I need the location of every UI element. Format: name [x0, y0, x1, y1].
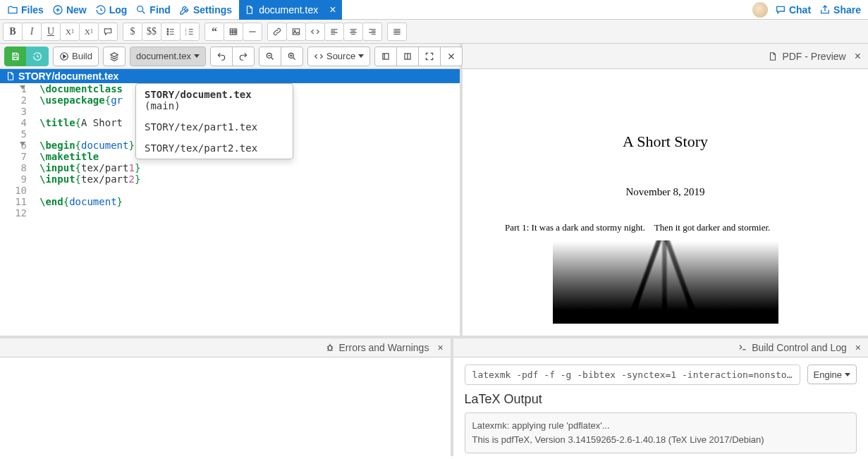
code-line[interactable]: \input{tex/part2}: [39, 173, 460, 185]
zoom-in-button[interactable]: [281, 47, 303, 66]
build-label: Build: [72, 51, 92, 61]
dropdown-item[interactable]: STORY/tex/part1.tex: [136, 116, 293, 137]
file-dropdown-button[interactable]: document.tex: [130, 47, 206, 66]
hr-button[interactable]: [243, 23, 262, 41]
terminal-icon: [738, 343, 747, 353]
log-link[interactable]: Log: [91, 3, 132, 17]
pdf-pane: PDF - Preview × A Short Story November 8…: [463, 44, 868, 336]
underline-button[interactable]: U: [41, 23, 61, 41]
caret-down-icon: [194, 54, 200, 58]
italic-button[interactable]: I: [22, 23, 42, 41]
split-single-button[interactable]: [374, 47, 397, 66]
build-log-body: latexmk -pdf -f -g -bibtex -synctex=1 -i…: [453, 357, 868, 456]
output-box[interactable]: Latexmk: applying rule 'pdflatex'...This…: [465, 412, 857, 453]
dropdown-item[interactable]: STORY/document.tex (main): [136, 84, 293, 116]
pdf-body[interactable]: A Short Story November 8, 2019 Part 1: I…: [463, 69, 868, 336]
find-link[interactable]: Find: [131, 3, 175, 17]
svg-point-3: [167, 31, 169, 32]
line-number: 10: [0, 185, 27, 196]
pdf-header: PDF - Preview ×: [463, 44, 868, 69]
pdf-title: A Short Story: [491, 133, 840, 151]
code-line[interactable]: \input{tex/part1}: [39, 162, 460, 173]
file-path-strip: STORY/document.tex: [0, 69, 460, 83]
line-number: 3: [0, 106, 27, 117]
editor-pane: Build document.tex Source: [0, 44, 463, 336]
build-log-title: Build Control and Log: [752, 342, 847, 353]
bug-icon: [325, 343, 335, 353]
source-button[interactable]: Source: [307, 47, 370, 66]
split-double-button[interactable]: [396, 47, 419, 66]
bullet-list-button[interactable]: [161, 23, 181, 41]
engine-dropdown[interactable]: Engine: [807, 365, 857, 384]
bold-button[interactable]: B: [3, 23, 23, 41]
math-display-button[interactable]: $$: [142, 23, 161, 41]
wrench-icon: [179, 4, 190, 16]
build-command[interactable]: latexmk -pdf -f -g -bibtex -synctex=1 -i…: [465, 365, 800, 385]
pdf-close-button[interactable]: ×: [855, 50, 861, 63]
code-line[interactable]: [39, 207, 460, 219]
align-right-button[interactable]: [362, 23, 382, 41]
numbered-list-button[interactable]: 123: [180, 23, 200, 41]
history-icon: [95, 4, 106, 16]
columns-icon: [403, 51, 412, 61]
subscript-button[interactable]: X1: [60, 23, 80, 41]
svg-rect-9: [293, 28, 299, 34]
chat-link[interactable]: Chat: [771, 3, 815, 17]
redo-button[interactable]: [232, 47, 255, 66]
plus-circle-icon: [52, 4, 63, 16]
output-title: LaTeX Output: [465, 392, 857, 407]
line-number: 4: [0, 117, 27, 128]
align-left-button[interactable]: [324, 23, 344, 41]
dropdown-item[interactable]: STORY/tex/part2.tex: [136, 137, 293, 159]
image-button[interactable]: [286, 23, 306, 41]
comment-button[interactable]: [98, 23, 118, 41]
errors-close-button[interactable]: ×: [437, 342, 443, 353]
build-button[interactable]: Build: [53, 47, 99, 66]
line-number: 1: [0, 83, 27, 94]
link-button[interactable]: [267, 23, 287, 41]
align-justify-button[interactable]: [387, 23, 407, 41]
files-link[interactable]: Files: [3, 3, 48, 17]
code-line[interactable]: \end{document}: [39, 196, 460, 207]
undo-button[interactable]: [210, 47, 233, 66]
align-center-button[interactable]: [343, 23, 363, 41]
build-log-close-button[interactable]: ×: [855, 342, 861, 353]
code-line[interactable]: [39, 185, 460, 196]
chat-label: Chat: [789, 4, 811, 16]
file-tab[interactable]: document.tex ×: [239, 0, 341, 20]
output-line: Latexmk: applying rule 'pdflatex'...: [472, 419, 849, 433]
share-link[interactable]: Share: [815, 3, 865, 17]
file-tab-label: document.tex: [259, 4, 318, 16]
line-number: 11: [0, 196, 27, 207]
svg-point-1: [137, 6, 143, 11]
settings-link[interactable]: Settings: [175, 3, 236, 17]
fullscreen-button[interactable]: [418, 47, 441, 66]
build-toolbar: Build document.tex Source: [0, 44, 460, 69]
line-number: 8: [0, 162, 27, 173]
history-icon: [32, 51, 42, 61]
zoom-out-button[interactable]: [259, 47, 281, 66]
superscript-button[interactable]: X1: [79, 23, 99, 41]
build-log-panel: Build Control and Log × latexmk -pdf -f …: [453, 338, 868, 456]
share-label: Share: [833, 4, 861, 16]
code-editor[interactable]: 123456789101112 \documentclass\usepackag…: [0, 83, 460, 336]
layers-button[interactable]: [103, 47, 126, 66]
table-button[interactable]: [224, 23, 243, 41]
time-travel-button[interactable]: [26, 47, 49, 66]
errors-body[interactable]: [0, 357, 451, 456]
fold-icon[interactable]: [20, 142, 25, 146]
close-editor-button[interactable]: [440, 47, 463, 66]
line-number: 7: [0, 151, 27, 162]
save-button[interactable]: [4, 47, 27, 66]
close-icon: [446, 51, 456, 61]
avatar[interactable]: [752, 2, 768, 18]
quote-button[interactable]: “: [204, 23, 224, 41]
log-label: Log: [109, 4, 128, 16]
redo-icon: [238, 51, 248, 61]
caret-down-icon: [358, 54, 364, 58]
tab-close-icon[interactable]: ×: [329, 4, 336, 16]
code-button[interactable]: [305, 23, 325, 41]
new-link[interactable]: New: [48, 3, 91, 17]
fold-icon[interactable]: [20, 85, 25, 90]
math-inline-button[interactable]: $: [123, 23, 142, 41]
